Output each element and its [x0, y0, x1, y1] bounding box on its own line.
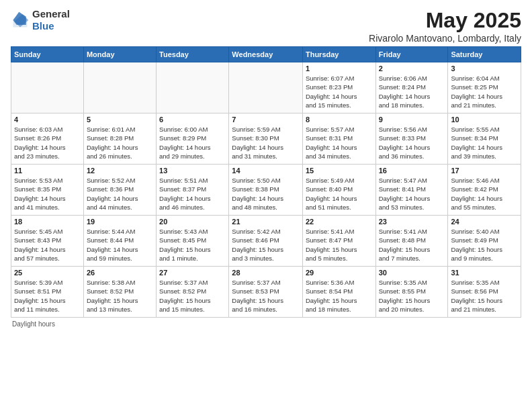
day-info: Sunrise: 5:52 AM Sunset: 8:36 PM Dayligh… — [87, 176, 153, 212]
calendar-cell: 26Sunrise: 5:38 AM Sunset: 8:52 PM Dayli… — [83, 267, 156, 318]
day-info: Sunrise: 5:36 AM Sunset: 8:54 PM Dayligh… — [306, 278, 373, 314]
day-info: Sunrise: 5:41 AM Sunset: 8:48 PM Dayligh… — [379, 227, 445, 263]
day-number: 17 — [451, 167, 518, 175]
calendar-week-row: 18Sunrise: 5:45 AM Sunset: 8:43 PM Dayli… — [11, 216, 521, 267]
calendar-cell: 15Sunrise: 5:49 AM Sunset: 8:40 PM Dayli… — [302, 165, 375, 216]
day-number: 25 — [14, 269, 81, 277]
day-number: 21 — [232, 218, 300, 226]
calendar-cell: 10Sunrise: 5:55 AM Sunset: 8:34 PM Dayli… — [448, 113, 521, 165]
calendar-cell: 8Sunrise: 5:57 AM Sunset: 8:31 PM Daylig… — [302, 113, 375, 165]
calendar-cell: 6Sunrise: 6:00 AM Sunset: 8:29 PM Daylig… — [157, 113, 229, 165]
day-number: 27 — [159, 269, 226, 277]
calendar-cell: 20Sunrise: 5:43 AM Sunset: 8:45 PM Dayli… — [157, 216, 229, 267]
calendar-cell — [229, 62, 303, 113]
calendar-cell: 2Sunrise: 6:06 AM Sunset: 8:24 PM Daylig… — [375, 62, 448, 113]
logo-blue: Blue — [32, 20, 54, 32]
day-info: Sunrise: 5:49 AM Sunset: 8:40 PM Dayligh… — [306, 176, 373, 212]
day-number: 9 — [379, 116, 445, 124]
day-number: 7 — [232, 116, 300, 124]
weekday-header: Monday — [83, 47, 156, 62]
day-info: Sunrise: 5:55 AM Sunset: 8:34 PM Dayligh… — [451, 125, 518, 161]
logo-text: General Blue — [32, 8, 70, 32]
calendar-cell: 13Sunrise: 5:51 AM Sunset: 8:37 PM Dayli… — [157, 165, 229, 216]
day-info: Sunrise: 6:04 AM Sunset: 8:25 PM Dayligh… — [451, 74, 518, 109]
footer-note: Daylight hours — [11, 320, 521, 328]
day-number: 8 — [306, 116, 373, 124]
calendar-table: SundayMondayTuesdayWednesdayThursdayFrid… — [11, 46, 521, 318]
day-info: Sunrise: 5:42 AM Sunset: 8:46 PM Dayligh… — [232, 227, 300, 263]
weekday-header: Sunday — [11, 47, 84, 62]
calendar-cell: 4Sunrise: 6:03 AM Sunset: 8:26 PM Daylig… — [11, 113, 84, 165]
calendar-cell: 12Sunrise: 5:52 AM Sunset: 8:36 PM Dayli… — [83, 165, 156, 216]
calendar-cell: 22Sunrise: 5:41 AM Sunset: 8:47 PM Dayli… — [302, 216, 375, 267]
calendar-cell: 18Sunrise: 5:45 AM Sunset: 8:43 PM Dayli… — [11, 216, 84, 267]
calendar-cell: 3Sunrise: 6:04 AM Sunset: 8:25 PM Daylig… — [448, 62, 521, 113]
calendar-cell: 28Sunrise: 5:37 AM Sunset: 8:53 PM Dayli… — [229, 267, 303, 318]
calendar-week-row: 4Sunrise: 6:03 AM Sunset: 8:26 PM Daylig… — [11, 113, 521, 165]
day-number: 16 — [379, 167, 445, 175]
day-number: 6 — [159, 116, 226, 124]
day-info: Sunrise: 6:01 AM Sunset: 8:28 PM Dayligh… — [87, 125, 153, 161]
day-number: 4 — [14, 116, 81, 124]
day-number: 10 — [451, 116, 518, 124]
day-info: Sunrise: 5:59 AM Sunset: 8:30 PM Dayligh… — [232, 125, 300, 161]
day-info: Sunrise: 6:03 AM Sunset: 8:26 PM Dayligh… — [14, 125, 81, 161]
day-info: Sunrise: 5:38 AM Sunset: 8:52 PM Dayligh… — [87, 278, 153, 314]
weekday-header: Tuesday — [157, 47, 229, 62]
day-info: Sunrise: 5:51 AM Sunset: 8:37 PM Dayligh… — [159, 176, 226, 212]
location-title: Rivarolo Mantovano, Lombardy, Italy — [369, 33, 521, 44]
day-info: Sunrise: 5:37 AM Sunset: 8:52 PM Dayligh… — [159, 278, 226, 314]
day-info: Sunrise: 5:57 AM Sunset: 8:31 PM Dayligh… — [306, 125, 373, 161]
day-number: 19 — [87, 218, 153, 226]
day-number: 30 — [379, 269, 445, 277]
weekday-header-row: SundayMondayTuesdayWednesdayThursdayFrid… — [11, 47, 521, 62]
logo-general: General — [32, 8, 70, 19]
day-number: 3 — [451, 64, 518, 73]
title-block: May 2025 Rivarolo Mantovano, Lombardy, I… — [369, 8, 521, 44]
day-number: 31 — [451, 269, 518, 277]
day-info: Sunrise: 5:39 AM Sunset: 8:51 PM Dayligh… — [14, 278, 81, 314]
logo-icon — [11, 11, 30, 30]
logo: General Blue — [11, 8, 70, 32]
day-info: Sunrise: 5:44 AM Sunset: 8:44 PM Dayligh… — [87, 227, 153, 263]
calendar-cell — [157, 62, 229, 113]
calendar-week-row: 1Sunrise: 6:07 AM Sunset: 8:23 PM Daylig… — [11, 62, 521, 113]
day-number: 28 — [232, 269, 300, 277]
day-number: 24 — [451, 218, 518, 226]
day-info: Sunrise: 5:35 AM Sunset: 8:55 PM Dayligh… — [379, 278, 445, 314]
weekday-header: Saturday — [448, 47, 521, 62]
day-info: Sunrise: 5:50 AM Sunset: 8:38 PM Dayligh… — [232, 176, 300, 212]
day-info: Sunrise: 5:35 AM Sunset: 8:56 PM Dayligh… — [451, 278, 518, 314]
calendar-cell: 24Sunrise: 5:40 AM Sunset: 8:49 PM Dayli… — [448, 216, 521, 267]
day-number: 15 — [306, 167, 373, 175]
day-info: Sunrise: 5:56 AM Sunset: 8:33 PM Dayligh… — [379, 125, 445, 161]
day-info: Sunrise: 5:53 AM Sunset: 8:35 PM Dayligh… — [14, 176, 81, 212]
calendar-cell: 17Sunrise: 5:46 AM Sunset: 8:42 PM Dayli… — [448, 165, 521, 216]
calendar-cell: 14Sunrise: 5:50 AM Sunset: 8:38 PM Dayli… — [229, 165, 303, 216]
weekday-header: Friday — [375, 47, 448, 62]
calendar-cell: 29Sunrise: 5:36 AM Sunset: 8:54 PM Dayli… — [302, 267, 375, 318]
day-number: 29 — [306, 269, 373, 277]
day-info: Sunrise: 6:00 AM Sunset: 8:29 PM Dayligh… — [159, 125, 226, 161]
day-number: 11 — [14, 167, 81, 175]
weekday-header: Thursday — [302, 47, 375, 62]
calendar-cell: 21Sunrise: 5:42 AM Sunset: 8:46 PM Dayli… — [229, 216, 303, 267]
day-number: 1 — [306, 64, 373, 73]
calendar-cell: 1Sunrise: 6:07 AM Sunset: 8:23 PM Daylig… — [302, 62, 375, 113]
month-title: May 2025 — [369, 8, 521, 33]
calendar-cell: 11Sunrise: 5:53 AM Sunset: 8:35 PM Dayli… — [11, 165, 84, 216]
day-info: Sunrise: 5:40 AM Sunset: 8:49 PM Dayligh… — [451, 227, 518, 263]
day-number: 26 — [87, 269, 153, 277]
day-number: 5 — [87, 116, 153, 124]
calendar-cell: 30Sunrise: 5:35 AM Sunset: 8:55 PM Dayli… — [375, 267, 448, 318]
day-number: 18 — [14, 218, 81, 226]
weekday-header: Wednesday — [229, 47, 303, 62]
day-info: Sunrise: 5:46 AM Sunset: 8:42 PM Dayligh… — [451, 176, 518, 212]
calendar-cell — [11, 62, 84, 113]
day-number: 20 — [159, 218, 226, 226]
header: General Blue May 2025 Rivarolo Mantovano… — [11, 8, 521, 44]
day-number: 12 — [87, 167, 153, 175]
page-container: General Blue May 2025 Rivarolo Mantovano… — [0, 0, 532, 333]
day-info: Sunrise: 6:07 AM Sunset: 8:23 PM Dayligh… — [306, 74, 373, 109]
day-info: Sunrise: 5:37 AM Sunset: 8:53 PM Dayligh… — [232, 278, 300, 314]
